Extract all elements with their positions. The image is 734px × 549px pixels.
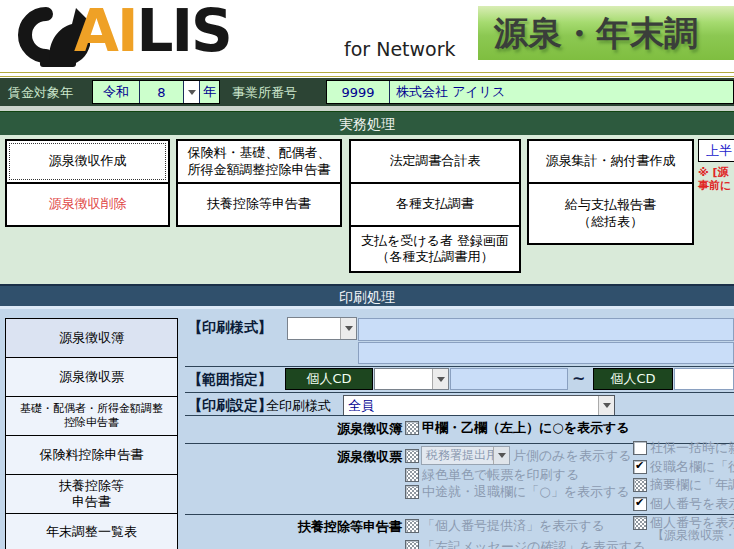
checkbox-kouran-otsuran[interactable] bbox=[405, 421, 419, 435]
print-format-dropdown[interactable] bbox=[287, 317, 357, 340]
option-summary-column: 摘要欄に「年調 bbox=[650, 476, 734, 494]
separator bbox=[185, 415, 734, 416]
tax-office-copy-value: 税務署提出用 bbox=[422, 447, 493, 464]
group-label-dependent-deduction: 扶養控除等申告書 bbox=[187, 518, 402, 536]
print-section-title: 印刷処理 bbox=[0, 284, 734, 306]
office-number-label: 事業所番号 bbox=[232, 84, 297, 102]
wage-year-label: 賃金対象年 bbox=[8, 84, 73, 102]
warning-note: ※ [源 事前に bbox=[698, 166, 731, 192]
separator bbox=[185, 366, 734, 367]
print-format-field-1[interactable] bbox=[358, 318, 734, 341]
range-separator: ~ bbox=[572, 369, 585, 388]
logo-ai: AI bbox=[74, 0, 136, 65]
print-target-value: 全員 bbox=[344, 396, 598, 415]
option-shaho-batch: 社保一括時に親 bbox=[650, 439, 734, 457]
checkbox-one-side-only[interactable] bbox=[405, 449, 419, 463]
app-logo: AILIS bbox=[74, 0, 231, 66]
payment-records-button[interactable]: 各種支払調書 bbox=[349, 182, 521, 227]
dependent-deduction-button[interactable]: 扶養控除等申告書 bbox=[176, 182, 342, 227]
chevron-down-icon bbox=[498, 453, 506, 462]
checkbox-green-monochrome[interactable] bbox=[405, 468, 419, 482]
group-label-withholding-ledger: 源泉徴収簿 bbox=[187, 420, 402, 438]
dropdown-button[interactable] bbox=[340, 318, 356, 339]
print-format-value bbox=[288, 318, 340, 339]
sidebar-item-yearend-adjustment-list[interactable]: 年末調整一覧表 bbox=[5, 513, 178, 549]
option-left-message-confirm: 「左記メッセージの確認」を表示する bbox=[422, 538, 645, 549]
wage-year-group: 令和 8 年 bbox=[92, 80, 220, 104]
logo-subtitle: for Network bbox=[344, 38, 456, 60]
info-bar: 賃金対象年 令和 8 年 事業所番号 9999 株式会社 アイリス bbox=[0, 78, 734, 106]
sidebar-item-dependent-deduction[interactable]: 扶養控除等 申告書 bbox=[5, 474, 178, 514]
dropdown-button[interactable] bbox=[432, 369, 448, 389]
option-position-name: 役職名欄に「役 bbox=[650, 458, 734, 476]
tax-office-copy-dropdown[interactable]: 税務署提出用 bbox=[421, 446, 510, 465]
office-name-field[interactable]: 株式会社 アイリス bbox=[389, 81, 733, 103]
app-window: AILIS for Network 源泉・年末調 賃金対象年 令和 8 年 事業… bbox=[0, 0, 734, 549]
checkbox-show-mynumber-2[interactable] bbox=[633, 516, 647, 530]
statutory-report-total-button[interactable]: 法定調書合計表 bbox=[349, 139, 521, 184]
page-title-banner: 源泉・年末調 bbox=[478, 6, 734, 60]
option-show-mynumber: 個人番号を表示 bbox=[650, 495, 734, 513]
office-group: 9999 株式会社 アイリス bbox=[326, 80, 734, 104]
group-label-withholding-slip: 源泉徴収票 bbox=[187, 448, 402, 466]
chevron-down-icon bbox=[345, 326, 353, 335]
range-label: 【範囲指定】 bbox=[188, 371, 272, 389]
withholding-summary-payment-button[interactable]: 源泉集計・納付書作成 bbox=[527, 139, 694, 184]
sidebar-item-withholding-ledger[interactable]: 源泉徴収簿 bbox=[5, 318, 178, 358]
all-format-label: 全印刷様式 bbox=[266, 397, 331, 415]
office-code-field[interactable]: 9999 bbox=[327, 81, 389, 103]
withholding-create-button[interactable]: 源泉徴収作成 bbox=[5, 139, 170, 184]
range-to-field[interactable] bbox=[674, 368, 734, 390]
dropdown-button[interactable] bbox=[493, 447, 509, 464]
salary-payment-report-button[interactable]: 給与支払報告書 （総括表） bbox=[527, 182, 694, 245]
dropdown-button[interactable] bbox=[598, 396, 614, 415]
header: AILIS for Network 源泉・年末調 bbox=[0, 0, 734, 72]
sidebar-item-withholding-slip[interactable]: 源泉徴収票 bbox=[5, 357, 178, 397]
range-from-dropdown[interactable] bbox=[374, 368, 449, 390]
chevron-down-icon bbox=[603, 403, 611, 412]
option-green-monochrome: 緑色単色で帳票を印刷する bbox=[422, 466, 579, 484]
person-cd-from-chip: 個人CD bbox=[285, 368, 373, 390]
payee-registration-button[interactable]: 支払を受ける者 登録画面 （各種支払調書用） bbox=[349, 225, 521, 273]
print-format-field-2[interactable] bbox=[358, 342, 734, 364]
button-column-4: 源泉集計・納付書作成 給与支払報告書 （総括表） bbox=[527, 139, 694, 245]
practical-button-panel: 源泉徴収作成 源泉徴収削除 保険料・基礎、配偶者、 所得金額調整控除申告書 扶養… bbox=[0, 135, 734, 284]
checkbox-show-mynumber[interactable] bbox=[633, 497, 647, 511]
button-column-2: 保険料・基礎、配偶者、 所得金額調整控除申告書 扶養控除等申告書 bbox=[176, 139, 342, 227]
button-column-3: 法定調書合計表 各種支払調書 支払を受ける者 登録画面 （各種支払調書用） bbox=[349, 139, 521, 273]
button-column-1: 源泉徴収作成 源泉徴収削除 bbox=[5, 139, 170, 227]
insurance-basic-spouse-button[interactable]: 保険料・基礎、配偶者、 所得金額調整控除申告書 bbox=[176, 139, 342, 184]
option-mynumber-provided: 「個人番号提供済」を表示する bbox=[422, 517, 605, 535]
separator bbox=[185, 392, 734, 393]
print-setting-label: 【印刷設定】 bbox=[188, 397, 272, 415]
checkbox-left-message-confirm[interactable] bbox=[405, 540, 419, 549]
checkbox-midway-retirement[interactable] bbox=[405, 485, 419, 499]
option-one-side-only: 片側のみを表示する bbox=[513, 447, 632, 465]
option-show-mynumber-2-line2: 【源泉徴収票・ bbox=[652, 527, 734, 544]
year-field[interactable]: 8 bbox=[139, 81, 183, 103]
header-divider bbox=[0, 72, 734, 77]
first-half-link[interactable]: 上半 bbox=[698, 139, 734, 162]
year-dropdown-button[interactable] bbox=[183, 81, 199, 103]
sidebar-item-basic-spouse-adjustment[interactable]: 基礎・配偶者・所得金額調整 控除申告書 bbox=[5, 396, 178, 436]
era-field: 令和 bbox=[93, 81, 139, 103]
checkbox-summary-column[interactable] bbox=[633, 478, 647, 492]
year-unit-label: 年 bbox=[199, 81, 219, 103]
checkbox-position-name[interactable] bbox=[633, 460, 647, 474]
person-cd-to-chip: 個人CD bbox=[593, 368, 673, 390]
chevron-down-icon bbox=[437, 377, 445, 386]
range-from-field[interactable] bbox=[450, 368, 568, 390]
practical-section-title: 実務処理 bbox=[0, 111, 734, 136]
option-kouran-otsuran: 甲欄・乙欄（左上）に○を表示する bbox=[422, 419, 630, 437]
warning-line-2: 事前に bbox=[698, 179, 731, 192]
withholding-delete-button[interactable]: 源泉徴収削除 bbox=[5, 182, 170, 227]
print-target-dropdown[interactable]: 全員 bbox=[343, 395, 615, 416]
sidebar-item-insurance-deduction[interactable]: 保険料控除申告書 bbox=[5, 435, 178, 475]
print-panel: 源泉徴収簿 源泉徴収票 基礎・配偶者・所得金額調整 控除申告書 保険料控除申告書… bbox=[0, 309, 734, 549]
checkbox-mynumber-provided[interactable] bbox=[405, 519, 419, 533]
checkbox-shaho-batch[interactable] bbox=[633, 441, 647, 455]
warning-line-1: ※ [源 bbox=[698, 166, 731, 179]
option-midway-retirement: 中途就・退職欄に「○」を表示する bbox=[422, 483, 630, 501]
logo-lis: LIS bbox=[136, 0, 230, 65]
range-from-value bbox=[375, 369, 432, 389]
